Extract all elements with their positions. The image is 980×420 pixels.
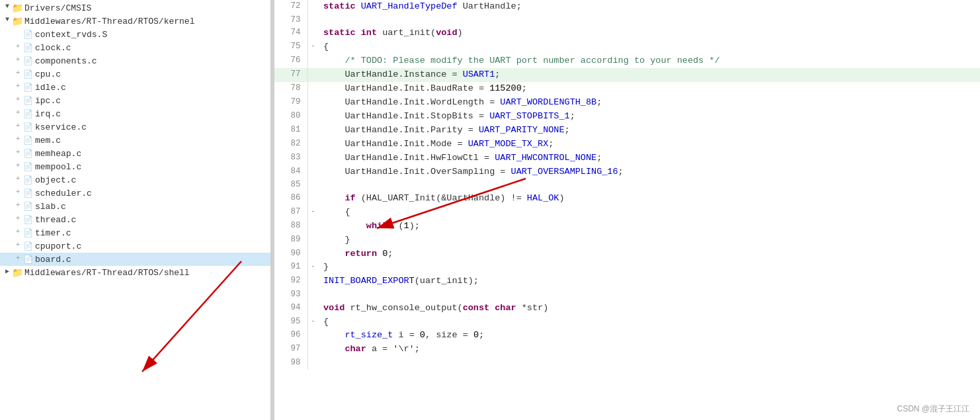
expand-icon[interactable]: + xyxy=(13,241,22,251)
code-line: 74static int uart_init(void) xyxy=(274,26,980,40)
file-icon: 📄 xyxy=(22,42,33,53)
expand-icon[interactable]: + xyxy=(13,201,22,212)
tree-item-board.c[interactable]: +📄board.c xyxy=(0,253,270,266)
tree-item-components.c[interactable]: +📄components.c xyxy=(0,54,270,67)
tree-item-mem.c[interactable]: +📄mem.c xyxy=(0,134,270,147)
line-number: 90 xyxy=(274,247,307,261)
collapse-icon xyxy=(307,233,318,247)
file-icon: 📄 xyxy=(22,82,33,93)
line-number: 73 xyxy=(274,14,307,26)
expand-icon[interactable]: + xyxy=(13,214,22,225)
tree-item-context_rvds.S[interactable]: 📄context_rvds.S xyxy=(0,28,270,41)
tree-item-object.c[interactable]: +📄object.c xyxy=(0,173,270,187)
tree-item-label: thread.c xyxy=(35,215,76,225)
line-number: 83 xyxy=(274,151,307,165)
expand-icon[interactable]: + xyxy=(13,148,22,159)
expand-icon[interactable]: + xyxy=(13,42,22,53)
tree-item-mempool.c[interactable]: +📄mempool.c xyxy=(0,160,270,173)
collapse-icon xyxy=(307,220,318,233)
tree-item-cpu.c[interactable]: +📄cpu.c xyxy=(0,67,270,81)
expand-icon[interactable]: + xyxy=(13,188,22,198)
expand-icon[interactable]: ▼ xyxy=(3,3,12,13)
tree-item-label: timer.c xyxy=(35,228,71,238)
expand-icon[interactable]: + xyxy=(13,82,22,93)
expand-icon[interactable]: + xyxy=(13,95,22,106)
tree-item-slab.c[interactable]: +📄slab.c xyxy=(0,200,270,213)
tree-item-clock.c[interactable]: +📄clock.c xyxy=(0,41,270,54)
collapse-icon[interactable]: - xyxy=(307,261,318,274)
code-line: 85 xyxy=(274,179,980,191)
line-number: 81 xyxy=(274,124,307,138)
code-line: 94void rt_hw_console_output(const char *… xyxy=(274,302,980,315)
expand-icon[interactable]: + xyxy=(13,122,22,132)
code-text: { xyxy=(318,40,980,54)
tree-item-ipc.c[interactable]: +📄ipc.c xyxy=(0,94,270,107)
line-number: 85 xyxy=(274,179,307,191)
tree-item-kservice.c[interactable]: +📄kservice.c xyxy=(0,120,270,134)
code-line: 76 /* TODO: Please modify the UART port … xyxy=(274,54,980,68)
expand-icon[interactable]: + xyxy=(13,108,22,119)
code-text: UartHandle.Init.BaudRate = 115200; xyxy=(318,82,980,96)
line-number: 84 xyxy=(274,165,307,179)
code-text: while (1); xyxy=(318,220,980,233)
code-line: 80 UartHandle.Init.StopBits = UART_STOPB… xyxy=(274,110,980,124)
tree-item-thread.c[interactable]: +📄thread.c xyxy=(0,213,270,226)
expand-icon[interactable]: ▼ xyxy=(3,16,12,26)
expand-icon[interactable]: + xyxy=(13,254,22,265)
collapse-icon[interactable]: - xyxy=(307,40,318,54)
tree-item-middlewares-rt-thread-rtos-kernel[interactable]: ▼📁Middlewares/RT-Thread/RTOS/kernel xyxy=(0,15,270,28)
tree-item-cpuport.c[interactable]: +📄cpuport.c xyxy=(0,239,270,253)
code-line: 81 UartHandle.Init.Parity = UART_PARITY_… xyxy=(274,124,980,138)
line-number: 78 xyxy=(274,82,307,96)
line-number: 82 xyxy=(274,138,307,151)
expand-icon[interactable]: + xyxy=(13,135,22,146)
code-line: 97 char a = '\r'; xyxy=(274,343,980,357)
expand-icon[interactable]: + xyxy=(13,228,22,238)
tree-item-label: Middlewares/RT-Thread/RTOS/kernel xyxy=(24,17,194,26)
code-text: if (HAL_UART_Init(&UartHandle) != HAL_OK… xyxy=(318,192,980,206)
tree-item-scheduler.c[interactable]: +📄scheduler.c xyxy=(0,187,270,200)
file-icon: 📄 xyxy=(22,254,33,265)
code-line: 78 UartHandle.Init.BaudRate = 115200; xyxy=(274,82,980,96)
code-text xyxy=(318,179,980,191)
folder-icon: 📁 xyxy=(12,16,22,26)
line-number: 87 xyxy=(274,206,307,220)
no-expand-icon xyxy=(13,29,22,40)
line-number: 97 xyxy=(274,343,307,357)
file-icon: 📄 xyxy=(22,135,33,146)
file-tree[interactable]: ▼📁Drivers/CMSIS▼📁Middlewares/RT-Thread/R… xyxy=(0,0,271,420)
tree-item-irq.c[interactable]: +📄irq.c xyxy=(0,107,270,120)
line-number: 86 xyxy=(274,192,307,206)
tree-item-label: mem.c xyxy=(35,136,61,146)
code-line: 98 xyxy=(274,357,980,369)
line-number: 92 xyxy=(274,274,307,288)
tree-item-memheap.c[interactable]: +📄memheap.c xyxy=(0,147,270,160)
code-text: return 0; xyxy=(318,247,980,261)
tree-item-middlewares-rt-thread-rtos-shell[interactable]: ▶📁Middlewares/RT-Thread/RTOS/shell xyxy=(0,266,270,279)
collapse-icon xyxy=(307,288,318,301)
collapse-icon xyxy=(307,247,318,261)
code-text xyxy=(318,357,980,369)
code-line: 87- { xyxy=(274,206,980,220)
code-text: { xyxy=(318,315,980,329)
tree-item-label: Drivers/CMSIS xyxy=(24,3,91,13)
collapse-icon[interactable]: - xyxy=(307,315,318,329)
file-icon: 📄 xyxy=(22,201,33,212)
expand-icon[interactable]: + xyxy=(13,161,22,172)
code-text: INIT_BOARD_EXPORT(uart_init); xyxy=(318,274,980,288)
code-line: 82 UartHandle.Init.Mode = UART_MODE_TX_R… xyxy=(274,138,980,151)
expand-icon[interactable]: + xyxy=(13,56,22,66)
tree-item-drivers-cmsis[interactable]: ▼📁Drivers/CMSIS xyxy=(0,1,270,15)
line-number: 72 xyxy=(274,0,307,14)
expand-icon[interactable]: + xyxy=(13,175,22,185)
collapse-icon xyxy=(307,274,318,288)
file-icon: 📄 xyxy=(22,214,33,225)
folder-icon: 📁 xyxy=(12,3,22,13)
file-icon: 📄 xyxy=(22,69,33,79)
tree-item-timer.c[interactable]: +📄timer.c xyxy=(0,226,270,239)
expand-icon[interactable]: ▶ xyxy=(3,267,12,278)
collapse-icon[interactable]: - xyxy=(307,206,318,220)
code-line: 90 return 0; xyxy=(274,247,980,261)
tree-item-idle.c[interactable]: +📄idle.c xyxy=(0,81,270,94)
expand-icon[interactable]: + xyxy=(13,69,22,79)
